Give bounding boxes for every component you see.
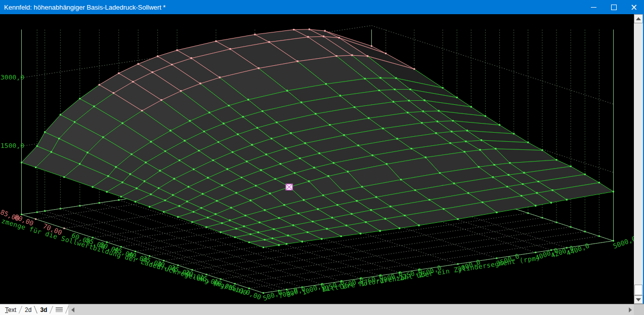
surface-3d-plot[interactable]	[0, 14, 634, 304]
tab-2d[interactable]: 2d	[22, 306, 34, 313]
maximize-icon	[611, 5, 617, 10]
tab-separator	[50, 306, 53, 313]
arrow-down-icon	[636, 298, 641, 301]
tab-3d-label: 3d	[40, 306, 47, 313]
minimize-icon	[591, 7, 596, 8]
close-icon: ×	[630, 3, 637, 12]
tab-3d[interactable]: 3d	[37, 306, 50, 313]
scroll-right-button[interactable]	[627, 304, 634, 315]
maximize-button[interactable]	[604, 0, 624, 14]
bottom-bar: Text 2d 3d	[0, 304, 644, 315]
vertical-scrollbar-thumb[interactable]	[634, 285, 642, 295]
menu-icon[interactable]	[56, 307, 63, 312]
horizontal-scrollbar[interactable]	[77, 304, 627, 315]
view-tabs: Text 2d 3d	[0, 304, 68, 315]
scroll-down-button[interactable]	[634, 295, 643, 304]
window-title: Kennfeld: höhenabhängiger Basis-Ladedruc…	[0, 4, 583, 11]
scroll-up-button[interactable]	[634, 14, 643, 23]
arrow-up-icon	[636, 17, 641, 20]
scroll-left-button[interactable]	[68, 304, 77, 315]
minimize-button[interactable]	[583, 0, 604, 14]
tab-2d-label: 2d	[25, 306, 31, 313]
close-button[interactable]: ×	[624, 0, 644, 14]
arrow-right-icon	[629, 307, 632, 312]
tab-text-label: Text	[5, 306, 16, 313]
app-window: Kennfeld: höhenabhängiger Basis-Ladedruc…	[0, 0, 644, 315]
titlebar[interactable]: Kennfeld: höhenabhängiger Basis-Ladedruc…	[0, 0, 644, 14]
scrollbar-corner	[634, 304, 644, 315]
vertical-scrollbar[interactable]	[634, 14, 643, 304]
tab-text[interactable]: Text	[2, 306, 19, 313]
arrow-left-icon	[71, 307, 74, 312]
